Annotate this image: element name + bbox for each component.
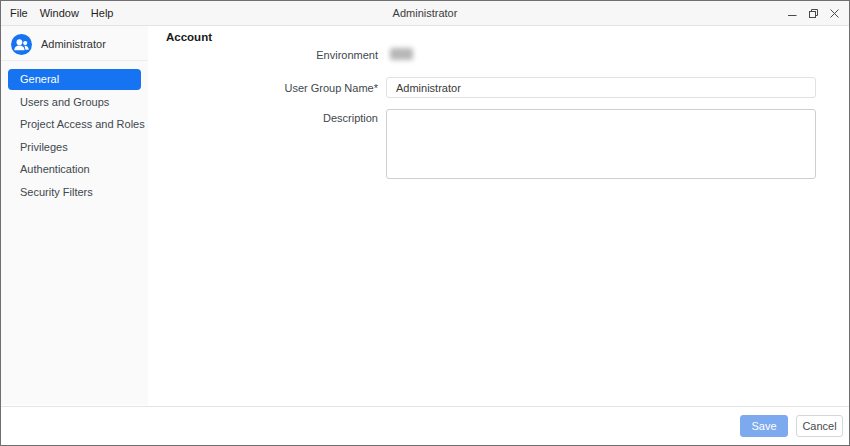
sidebar-item-general[interactable]: General: [8, 69, 141, 90]
sidebar-item-project-access-and-roles[interactable]: Project Access and Roles: [1, 114, 148, 137]
user-group-name-input[interactable]: [386, 77, 816, 98]
sidebar-item-security-filters[interactable]: Security Filters: [1, 182, 148, 205]
description-textarea[interactable]: [386, 109, 816, 179]
sidebar-item-users-and-groups[interactable]: Users and Groups: [1, 92, 148, 115]
menu-bar: Administrator File Window Help: [1, 1, 849, 26]
window-controls: [787, 1, 840, 25]
menu-window[interactable]: Window: [34, 7, 85, 19]
sidebar-nav: General Users and Groups Project Access …: [1, 69, 148, 204]
window-title: Administrator: [1, 1, 849, 25]
restore-icon[interactable]: [808, 8, 819, 19]
user-group-avatar-icon: [11, 34, 32, 55]
cancel-button[interactable]: Cancel: [796, 415, 843, 437]
account-header: Administrator: [11, 33, 148, 55]
menu-file[interactable]: File: [4, 7, 34, 19]
app-window: Administrator File Window Help: [0, 0, 850, 446]
environment-label: Environment: [148, 49, 378, 61]
footer-bar: [1, 406, 849, 445]
menu-list: File Window Help: [4, 1, 119, 25]
sidebar: Administrator General Users and Groups P…: [1, 26, 148, 405]
description-label: Description: [148, 112, 378, 124]
minimize-icon[interactable]: [787, 8, 798, 19]
sidebar-divider: [1, 60, 148, 61]
menu-help[interactable]: Help: [85, 7, 120, 19]
account-name: Administrator: [41, 38, 106, 50]
save-button[interactable]: Save: [740, 415, 788, 437]
sidebar-item-authentication[interactable]: Authentication: [1, 159, 148, 182]
close-icon[interactable]: [829, 8, 840, 19]
environment-value-redacted: [390, 48, 413, 60]
user-group-name-label: User Group Name*: [148, 82, 378, 94]
page-title: Account: [166, 31, 212, 43]
sidebar-item-privileges[interactable]: Privileges: [1, 137, 148, 160]
